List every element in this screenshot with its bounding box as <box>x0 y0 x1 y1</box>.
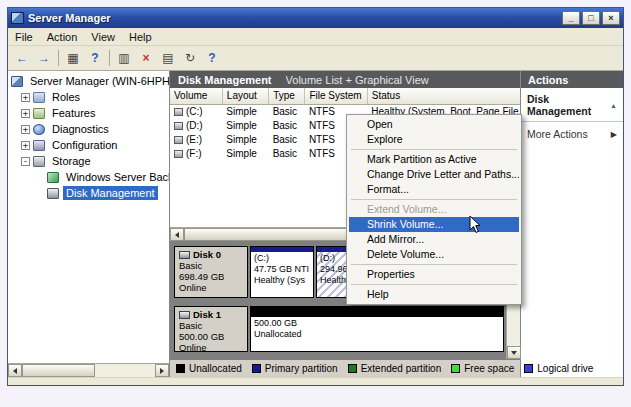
main-area: Server Manager (WIN-6HPH0F5GN + Roles + … <box>8 71 623 377</box>
help-topics-icon[interactable]: ? <box>201 49 223 68</box>
volume-icon <box>174 136 183 144</box>
pane-title: Disk Management <box>178 74 272 86</box>
column-status[interactable]: Status <box>367 88 520 104</box>
pane-header: Disk Management Volume List + Graphical … <box>170 71 520 88</box>
help-icon[interactable]: ? <box>84 49 106 68</box>
tree-item-diagnostics[interactable]: + Diagnostics <box>8 121 169 137</box>
tree-horizontal-scrollbar[interactable] <box>8 363 169 377</box>
menu-item-help[interactable]: Help <box>349 287 519 302</box>
menu-action[interactable]: Action <box>40 29 85 45</box>
menu-item-properties[interactable]: Properties <box>349 267 519 282</box>
column-layout[interactable]: Layout <box>222 88 268 104</box>
server-icon <box>11 76 23 87</box>
views-icon[interactable]: ▥ <box>113 49 135 68</box>
menu-item-format[interactable]: Format... <box>349 182 519 197</box>
column-file-system[interactable]: File System <box>305 88 367 104</box>
volume-context-menu: Open Explore Mark Partition as Active Ch… <box>346 114 522 305</box>
disk-0-label[interactable]: Disk 0 Basic 698.49 GB Online <box>174 246 248 298</box>
disk-1-label[interactable]: Disk 1 Basic 500.00 GB Online <box>174 306 248 352</box>
expand-plus-icon[interactable]: + <box>21 93 30 102</box>
menu-item-add-mirror[interactable]: Add Mirror... <box>349 232 519 247</box>
legend-swatch <box>451 364 460 373</box>
legend-extended-partition: Extended partition <box>348 363 442 374</box>
actions-pane: Actions Disk Management ▲ More Actions ▶ <box>520 71 623 377</box>
scrollbar-track[interactable] <box>22 364 155 377</box>
toolbar-separator <box>109 50 110 66</box>
mouse-cursor-icon <box>469 215 481 234</box>
legend-swatch <box>524 364 533 373</box>
scroll-down-icon <box>511 351 517 355</box>
volume-icon <box>174 122 183 130</box>
diagnostics-icon <box>33 124 45 135</box>
menu-item-extend-volume: Extend Volume... <box>349 202 519 217</box>
menu-file[interactable]: File <box>8 29 40 45</box>
legend-free-space: Free space <box>451 363 514 374</box>
menu-item-open[interactable]: Open <box>349 117 519 132</box>
title-bar[interactable]: Server Manager _ □ × <box>8 8 623 28</box>
tree-item-disk-management[interactable]: Disk Management <box>8 185 169 201</box>
expand-plus-icon[interactable]: + <box>21 125 30 134</box>
scroll-down-button[interactable] <box>507 346 521 359</box>
scroll-right-button[interactable] <box>155 364 169 377</box>
maximize-button[interactable]: □ <box>582 11 600 25</box>
scroll-left-button[interactable] <box>170 228 184 241</box>
actions-header: Actions <box>521 71 623 88</box>
forward-icon[interactable]: → <box>33 49 55 68</box>
close-button[interactable]: × <box>602 11 620 25</box>
legend-swatch <box>252 364 261 373</box>
tree-item-roles[interactable]: + Roles <box>8 89 169 105</box>
window-title: Server Manager <box>28 12 560 24</box>
tree-item-features[interactable]: + Features <box>8 105 169 121</box>
tree-item-configuration[interactable]: + Configuration <box>8 137 169 153</box>
features-icon <box>33 108 45 119</box>
column-volume[interactable]: Volume <box>170 88 222 104</box>
tree-item-storage[interactable]: - Storage <box>8 153 169 169</box>
delete-icon[interactable]: × <box>135 49 157 68</box>
disk-icon <box>179 251 190 259</box>
actions-section-disk-management[interactable]: Disk Management ▲ <box>521 88 623 122</box>
menu-item-change-drive-letter[interactable]: Change Drive Letter and Paths... <box>349 167 519 182</box>
tree-item-windows-server-backup[interactable]: Windows Server Backup <box>8 169 169 185</box>
tree-item-server-manager[interactable]: Server Manager (WIN-6HPH0F5GN <box>8 73 169 89</box>
menu-item-explore[interactable]: Explore <box>349 132 519 147</box>
menu-help[interactable]: Help <box>122 29 159 45</box>
legend-logical-drive: Logical drive <box>524 363 593 374</box>
scrollbar-thumb[interactable] <box>22 364 95 377</box>
collapse-minus-icon[interactable]: - <box>21 157 30 166</box>
scroll-left-button[interactable] <box>8 364 22 377</box>
configuration-icon <box>33 140 45 151</box>
column-type[interactable]: Type <box>269 88 305 104</box>
legend-bar: Unallocated Primary partition Extended p… <box>170 359 520 377</box>
menu-item-shrink-volume[interactable]: Shrink Volume... <box>349 217 519 232</box>
menu-item-delete-volume[interactable]: Delete Volume... <box>349 247 519 262</box>
partition-c[interactable]: (C:) 47.75 GB NTI Healthy (Sys <box>250 246 314 298</box>
server-manager-window: Server Manager _ □ × File Action View He… <box>7 7 624 386</box>
expand-plus-icon[interactable]: + <box>21 109 30 118</box>
more-actions-button[interactable]: More Actions ▶ <box>521 122 623 146</box>
volume-icon <box>174 108 183 116</box>
refresh-icon[interactable]: ↻ <box>179 49 201 68</box>
back-icon[interactable]: ← <box>11 49 33 68</box>
menu-separator <box>351 199 517 200</box>
table-header-row: Volume Layout Type File System Status <box>170 88 520 104</box>
toolbar-separator <box>58 50 59 66</box>
scroll-left-icon <box>13 368 17 374</box>
unallocated-space[interactable]: 500.00 GB Unallocated <box>250 306 504 352</box>
minimize-button[interactable]: _ <box>562 11 580 25</box>
legend-swatch <box>348 364 357 373</box>
legend-swatch <box>176 364 185 373</box>
properties-icon[interactable]: ▤ <box>157 49 179 68</box>
scrollbar-thumb[interactable] <box>184 228 361 241</box>
menu-item-mark-partition-active[interactable]: Mark Partition as Active <box>349 152 519 167</box>
window-bottom-frame <box>8 377 623 385</box>
collapse-icon[interactable]: ▲ <box>610 102 617 109</box>
server-manager-icon <box>11 12 24 24</box>
toolbar: ← → ▦ ? ▥ × ▤ ↻ ? <box>8 46 623 71</box>
legend-unallocated: Unallocated <box>176 363 242 374</box>
expand-plus-icon[interactable]: + <box>21 141 30 150</box>
menu-view[interactable]: View <box>84 29 122 45</box>
console-tree-icon[interactable]: ▦ <box>62 49 84 68</box>
disk-management-pane: Disk Management Volume List + Graphical … <box>170 71 520 377</box>
menu-separator <box>351 264 517 265</box>
menu-separator <box>351 149 517 150</box>
